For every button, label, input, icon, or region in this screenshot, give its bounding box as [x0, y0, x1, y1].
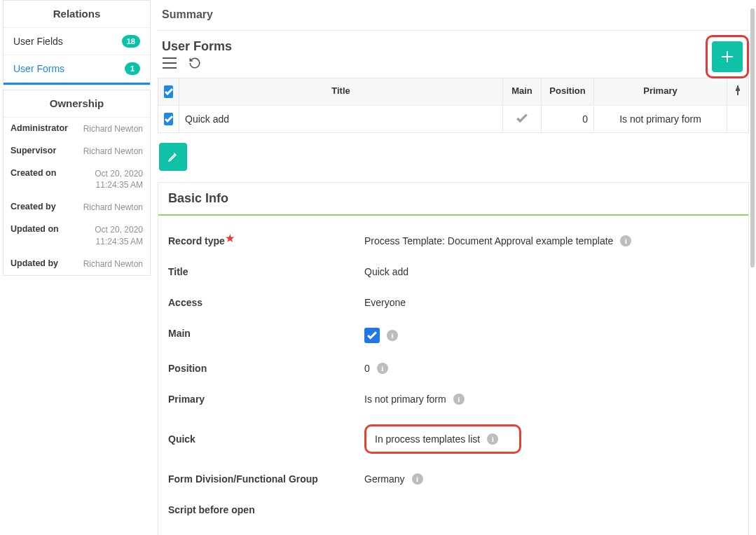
user-forms-table: Title Main Position Primary Quick add 0 …: [158, 78, 749, 133]
field-value-text: Germany: [364, 473, 405, 485]
add-button[interactable]: [712, 41, 743, 72]
checkbox-icon: [164, 85, 173, 98]
badge-count: 1: [125, 62, 140, 75]
field-label-text: Primary: [168, 394, 364, 405]
field-value-text: In process templates list: [375, 433, 480, 445]
forms-toolbar: [158, 55, 749, 78]
cell-main: [503, 106, 542, 132]
table-header: Title Main Position Primary: [158, 78, 748, 105]
relations-card: Relations User Fields 18 User Forms 1: [3, 0, 151, 85]
column-title[interactable]: Title: [179, 78, 503, 105]
cell-title: Quick add: [179, 106, 503, 132]
field-label-text: Position: [168, 363, 364, 374]
cell-pin: [727, 112, 748, 126]
field-value-text: Everyone: [364, 297, 406, 308]
quick-value-highlight: In process templates list i: [364, 424, 521, 454]
info-icon[interactable]: i: [387, 330, 398, 341]
ownership-row: Updated on Oct 20, 2020 11:24:35 AM: [4, 218, 150, 252]
refresh-icon[interactable]: [187, 55, 202, 71]
basic-info-header: Basic Info: [158, 183, 748, 216]
scroll-thumb[interactable]: [750, 8, 755, 268]
header-checkbox-cell[interactable]: [158, 78, 179, 105]
ownership-header: Ownership: [4, 90, 150, 118]
column-primary[interactable]: Primary: [594, 78, 727, 105]
relations-header: Relations: [4, 1, 150, 28]
field-position: Position 0 i: [158, 363, 748, 374]
ownership-value: Richard Newton: [83, 202, 143, 213]
field-record-type: Record type★ Process Template: Document …: [158, 235, 748, 246]
field-quick: Quick In process templates list i: [158, 424, 748, 454]
field-label-text: Form Division/Functional Group: [168, 473, 364, 485]
ownership-row: Administrator Richard Newton: [4, 118, 150, 140]
ownership-value: Oct 20, 2020 11:24:35 AM: [95, 168, 143, 190]
field-value-text: Is not primary form: [364, 394, 446, 405]
ownership-card: Ownership Administrator Richard Newton S…: [3, 90, 151, 277]
add-button-highlight: [706, 35, 749, 78]
field-label-text: Access: [168, 297, 364, 308]
ownership-label: Supervisor: [11, 146, 56, 157]
edit-button[interactable]: [159, 143, 187, 171]
info-icon[interactable]: i: [487, 433, 498, 445]
info-icon[interactable]: i: [453, 394, 465, 405]
info-icon[interactable]: i: [620, 235, 631, 246]
ownership-row: Created by Richard Newton: [4, 196, 150, 218]
ownership-label: Administrator: [11, 123, 68, 134]
field-main: Main i: [158, 328, 748, 343]
ownership-value: Oct 20, 2020 11:24:35 AM: [95, 224, 143, 246]
field-label-text: Main: [168, 328, 364, 343]
row-checkbox[interactable]: [164, 113, 173, 125]
ownership-label: Created by: [11, 202, 56, 213]
required-star-icon: ★: [226, 232, 235, 244]
field-value-text: Process Template: Document Approval exam…: [364, 235, 613, 246]
column-main[interactable]: Main: [503, 78, 542, 105]
field-label-text: Quick: [168, 433, 364, 445]
table-row[interactable]: Quick add 0 Is not primary form: [158, 105, 748, 132]
field-value-text: Quick add: [364, 266, 408, 277]
sidebar: Relations User Fields 18 User Forms 1 Ow…: [3, 0, 151, 276]
field-division: Form Division/Functional Group Germany i: [158, 473, 748, 485]
active-tab-indicator: [4, 83, 150, 85]
field-primary: Primary Is not primary form i: [158, 394, 748, 405]
field-label-text: Title: [168, 266, 364, 277]
badge-count: 18: [122, 35, 140, 48]
column-position[interactable]: Position: [542, 78, 594, 105]
sidebar-item-label: User Fields: [13, 36, 63, 47]
field-access: Access Everyone: [158, 297, 748, 308]
cell-position: 0: [542, 106, 594, 132]
page-title: Summary: [158, 0, 749, 31]
basic-info-panel: Basic Info Record type★ Process Template…: [158, 182, 749, 535]
info-icon[interactable]: i: [412, 473, 423, 485]
cell-primary: Is not primary form: [594, 106, 727, 132]
ownership-label: Created on: [11, 168, 56, 190]
sidebar-item-user-forms[interactable]: User Forms 1: [4, 55, 150, 83]
ownership-row: Updated by Richard Newton: [4, 253, 150, 275]
ownership-row: Supervisor Richard Newton: [4, 140, 150, 162]
checked-icon: [364, 328, 380, 343]
ownership-row: Created on Oct 20, 2020 11:24:35 AM: [4, 162, 150, 196]
field-label-text: Script before open: [168, 504, 364, 515]
ownership-value: Richard Newton: [83, 123, 143, 134]
hamburger-icon[interactable]: [162, 55, 177, 71]
section-title: User Forms: [158, 31, 749, 55]
ownership-label: Updated by: [11, 258, 58, 270]
vertical-scrollbar[interactable]: [750, 3, 755, 514]
pin-icon[interactable]: [727, 78, 748, 105]
ownership-value: Richard Newton: [83, 146, 143, 157]
field-title: Title Quick add: [158, 266, 748, 277]
info-icon[interactable]: i: [377, 363, 388, 374]
field-label-text: Record type: [168, 235, 225, 246]
ownership-value: Richard Newton: [83, 258, 143, 270]
main-content: Summary User Forms Title Main Position P…: [158, 0, 749, 535]
field-script-open: Script before open: [158, 504, 748, 515]
ownership-label: Updated on: [11, 224, 59, 246]
sidebar-item-label: User Forms: [13, 63, 64, 74]
sidebar-item-user-fields[interactable]: User Fields 18: [4, 28, 150, 55]
field-value-text: 0: [364, 363, 370, 374]
